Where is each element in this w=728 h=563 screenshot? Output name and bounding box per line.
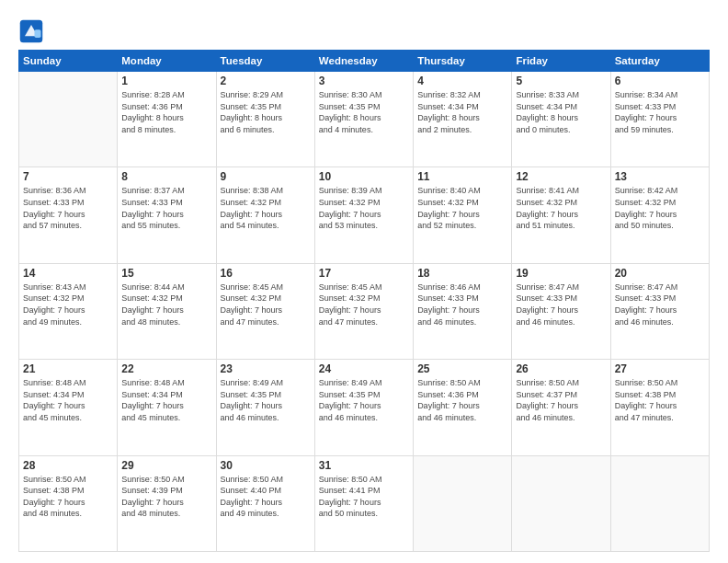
day-number: 12 <box>516 170 606 183</box>
calendar-week-row: 14Sunrise: 8:43 AM Sunset: 4:32 PM Dayli… <box>19 263 710 359</box>
day-number: 6 <box>615 75 705 87</box>
day-info: Sunrise: 8:44 AM Sunset: 4:32 PM Dayligh… <box>121 282 211 327</box>
day-info: Sunrise: 8:42 AM Sunset: 4:32 PM Dayligh… <box>615 185 705 231</box>
day-info: Sunrise: 8:50 AM Sunset: 4:36 PM Dayligh… <box>417 377 507 423</box>
day-info: Sunrise: 8:50 AM Sunset: 4:39 PM Dayligh… <box>121 474 211 520</box>
calendar-cell: 10Sunrise: 8:39 AM Sunset: 4:32 PM Dayli… <box>314 167 413 263</box>
day-info: Sunrise: 8:50 AM Sunset: 4:38 PM Dayligh… <box>615 377 705 423</box>
calendar-cell: 2Sunrise: 8:29 AM Sunset: 4:35 PM Daylig… <box>216 72 314 167</box>
day-number: 1 <box>121 75 211 87</box>
day-info: Sunrise: 8:30 AM Sunset: 4:35 PM Dayligh… <box>319 89 409 135</box>
day-info: Sunrise: 8:50 AM Sunset: 4:37 PM Dayligh… <box>516 377 606 423</box>
calendar-cell: 24Sunrise: 8:49 AM Sunset: 4:35 PM Dayli… <box>314 360 413 455</box>
day-number: 27 <box>615 362 705 375</box>
calendar-week-row: 28Sunrise: 8:50 AM Sunset: 4:38 PM Dayli… <box>19 455 710 551</box>
calendar-cell: 19Sunrise: 8:47 AM Sunset: 4:33 PM Dayli… <box>512 263 610 359</box>
day-number: 24 <box>319 362 409 375</box>
day-number: 10 <box>319 170 409 183</box>
calendar-cell: 28Sunrise: 8:50 AM Sunset: 4:38 PM Dayli… <box>19 455 118 551</box>
day-info: Sunrise: 8:50 AM Sunset: 4:41 PM Dayligh… <box>319 474 409 520</box>
day-number: 17 <box>319 267 409 280</box>
calendar-cell: 6Sunrise: 8:34 AM Sunset: 4:33 PM Daylig… <box>610 72 709 167</box>
day-number: 13 <box>615 170 705 183</box>
day-number: 31 <box>319 459 409 472</box>
calendar-cell: 3Sunrise: 8:30 AM Sunset: 4:35 PM Daylig… <box>314 72 413 167</box>
day-info: Sunrise: 8:33 AM Sunset: 4:34 PM Dayligh… <box>516 89 606 135</box>
calendar-header-row: SundayMondayTuesdayWednesdayThursdayFrid… <box>19 51 710 72</box>
calendar-week-row: 7Sunrise: 8:36 AM Sunset: 4:33 PM Daylig… <box>19 167 710 263</box>
calendar-cell <box>19 72 118 167</box>
calendar-week-row: 21Sunrise: 8:48 AM Sunset: 4:34 PM Dayli… <box>19 360 710 455</box>
calendar-cell: 16Sunrise: 8:45 AM Sunset: 4:32 PM Dayli… <box>216 263 314 359</box>
calendar-header-wednesday: Wednesday <box>314 51 413 72</box>
day-number: 9 <box>221 170 311 183</box>
day-info: Sunrise: 8:45 AM Sunset: 4:32 PM Dayligh… <box>319 282 409 327</box>
day-info: Sunrise: 8:48 AM Sunset: 4:34 PM Dayligh… <box>121 377 211 423</box>
day-info: Sunrise: 8:39 AM Sunset: 4:32 PM Dayligh… <box>319 185 409 231</box>
day-info: Sunrise: 8:43 AM Sunset: 4:32 PM Dayligh… <box>23 282 113 327</box>
day-info: Sunrise: 8:41 AM Sunset: 4:32 PM Dayligh… <box>516 185 606 231</box>
calendar-cell: 8Sunrise: 8:37 AM Sunset: 4:33 PM Daylig… <box>118 167 216 263</box>
calendar-header-friday: Friday <box>512 51 610 72</box>
day-number: 23 <box>221 362 311 375</box>
calendar-cell <box>610 455 709 551</box>
calendar-header-tuesday: Tuesday <box>216 51 314 72</box>
calendar-header-sunday: Sunday <box>19 51 118 72</box>
calendar-cell: 1Sunrise: 8:28 AM Sunset: 4:36 PM Daylig… <box>118 72 216 167</box>
day-info: Sunrise: 8:29 AM Sunset: 4:35 PM Dayligh… <box>221 89 311 135</box>
calendar-cell: 7Sunrise: 8:36 AM Sunset: 4:33 PM Daylig… <box>19 167 118 263</box>
day-number: 19 <box>516 267 606 280</box>
day-number: 5 <box>516 75 606 87</box>
day-number: 4 <box>417 75 507 87</box>
calendar-cell: 5Sunrise: 8:33 AM Sunset: 4:34 PM Daylig… <box>512 72 610 167</box>
calendar-cell: 14Sunrise: 8:43 AM Sunset: 4:32 PM Dayli… <box>19 263 118 359</box>
day-number: 11 <box>417 170 507 183</box>
calendar-cell: 20Sunrise: 8:47 AM Sunset: 4:33 PM Dayli… <box>610 263 709 359</box>
day-info: Sunrise: 8:49 AM Sunset: 4:35 PM Dayligh… <box>319 377 409 423</box>
day-info: Sunrise: 8:47 AM Sunset: 4:33 PM Dayligh… <box>516 282 606 327</box>
calendar-cell: 13Sunrise: 8:42 AM Sunset: 4:32 PM Dayli… <box>610 167 709 263</box>
day-number: 8 <box>121 170 211 183</box>
calendar-cell: 30Sunrise: 8:50 AM Sunset: 4:40 PM Dayli… <box>216 455 314 551</box>
calendar-cell: 22Sunrise: 8:48 AM Sunset: 4:34 PM Dayli… <box>118 360 216 455</box>
day-info: Sunrise: 8:34 AM Sunset: 4:33 PM Dayligh… <box>615 89 705 135</box>
day-info: Sunrise: 8:47 AM Sunset: 4:33 PM Dayligh… <box>615 282 705 327</box>
day-info: Sunrise: 8:50 AM Sunset: 4:38 PM Dayligh… <box>23 474 113 520</box>
calendar-cell: 23Sunrise: 8:49 AM Sunset: 4:35 PM Dayli… <box>216 360 314 455</box>
calendar-cell: 25Sunrise: 8:50 AM Sunset: 4:36 PM Dayli… <box>414 360 512 455</box>
day-number: 29 <box>121 459 211 472</box>
day-number: 2 <box>221 75 311 87</box>
calendar-cell <box>414 455 512 551</box>
day-info: Sunrise: 8:46 AM Sunset: 4:33 PM Dayligh… <box>417 282 507 327</box>
logo <box>18 18 48 44</box>
calendar-cell: 21Sunrise: 8:48 AM Sunset: 4:34 PM Dayli… <box>19 360 118 455</box>
calendar-cell <box>512 455 610 551</box>
day-info: Sunrise: 8:38 AM Sunset: 4:32 PM Dayligh… <box>221 185 311 231</box>
calendar-cell: 12Sunrise: 8:41 AM Sunset: 4:32 PM Dayli… <box>512 167 610 263</box>
day-number: 21 <box>23 362 113 375</box>
day-number: 30 <box>221 459 311 472</box>
calendar-cell: 31Sunrise: 8:50 AM Sunset: 4:41 PM Dayli… <box>314 455 413 551</box>
page: SundayMondayTuesdayWednesdayThursdayFrid… <box>0 0 728 563</box>
calendar-cell: 11Sunrise: 8:40 AM Sunset: 4:32 PM Dayli… <box>414 167 512 263</box>
day-info: Sunrise: 8:48 AM Sunset: 4:34 PM Dayligh… <box>23 377 113 423</box>
calendar-cell: 17Sunrise: 8:45 AM Sunset: 4:32 PM Dayli… <box>314 263 413 359</box>
day-info: Sunrise: 8:37 AM Sunset: 4:33 PM Dayligh… <box>121 185 211 231</box>
day-number: 18 <box>417 267 507 280</box>
calendar-cell: 4Sunrise: 8:32 AM Sunset: 4:34 PM Daylig… <box>414 72 512 167</box>
day-number: 3 <box>319 75 409 87</box>
day-number: 28 <box>23 459 113 472</box>
calendar-header-thursday: Thursday <box>414 51 512 72</box>
calendar-cell: 27Sunrise: 8:50 AM Sunset: 4:38 PM Dayli… <box>610 360 709 455</box>
calendar-cell: 18Sunrise: 8:46 AM Sunset: 4:33 PM Dayli… <box>414 263 512 359</box>
day-number: 26 <box>516 362 606 375</box>
logo-icon <box>18 18 44 44</box>
day-info: Sunrise: 8:45 AM Sunset: 4:32 PM Dayligh… <box>221 282 311 327</box>
day-info: Sunrise: 8:40 AM Sunset: 4:32 PM Dayligh… <box>417 185 507 231</box>
day-number: 25 <box>417 362 507 375</box>
calendar-header-saturday: Saturday <box>610 51 709 72</box>
day-number: 20 <box>615 267 705 280</box>
calendar-cell: 15Sunrise: 8:44 AM Sunset: 4:32 PM Dayli… <box>118 263 216 359</box>
calendar-cell: 26Sunrise: 8:50 AM Sunset: 4:37 PM Dayli… <box>512 360 610 455</box>
day-number: 7 <box>23 170 113 183</box>
